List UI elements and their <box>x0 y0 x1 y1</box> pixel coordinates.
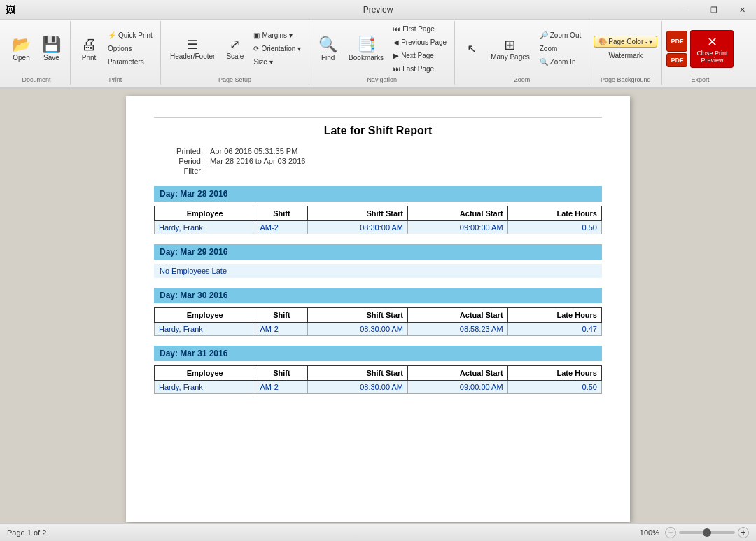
quick-print-button[interactable]: ⚡ Quick Print <box>104 29 156 42</box>
close-preview-icon: ✕ <box>707 34 718 50</box>
day-header-mar28: Day: Mar 28 2016 <box>154 186 602 202</box>
options-button[interactable]: Options <box>104 43 156 55</box>
col-shift-start: Shift Start <box>308 206 408 221</box>
print-button[interactable]: 🖨 Print <box>75 30 103 68</box>
first-page-button[interactable]: ⏮ First Page <box>390 22 450 35</box>
section-mar31: Day: Mar 31 2016 Employee Shift Shift St… <box>154 346 602 394</box>
day-header-mar29: Day: Mar 29 2016 <box>154 244 602 260</box>
status-bar: Page 1 of 2 100% − + <box>0 523 756 529</box>
print-group-label: Print <box>75 76 156 83</box>
col-late-hours: Late Hours <box>507 206 601 221</box>
cell-shift-start-2: 08:30:00 AM <box>308 323 408 336</box>
export-group-label: Export <box>666 76 734 83</box>
prev-page-button[interactable]: ◀ Previous Page <box>390 36 450 48</box>
report-meta: Printed: Apr 06 2016 05:31:35 PM Period:… <box>154 147 602 175</box>
zoom-slider-thumb <box>703 528 711 530</box>
find-button[interactable]: 🔍 Find <box>314 30 342 68</box>
zoom-in-icon: 🔍 <box>540 58 548 66</box>
report-title: Late for Shift Report <box>154 125 602 137</box>
zoom-in-button[interactable]: 🔍 Zoom In <box>536 56 584 69</box>
title-bar: 🖼 Preview ─ ❐ ✕ <box>0 0 756 20</box>
margins-button[interactable]: ▣ Margins ▾ <box>250 29 304 42</box>
last-page-button[interactable]: ⏭ Last Page <box>390 62 450 75</box>
header-footer-icon: ☰ <box>187 37 198 52</box>
parameters-button[interactable]: Parameters <box>104 56 156 69</box>
col-shift-start-2: Shift Start <box>308 308 408 323</box>
cell-employee-3: Hardy, Frank <box>155 381 255 394</box>
ribbon: 📂 Open 💾 Save Document 🖨 Print <box>0 20 756 89</box>
section-mar29: Day: Mar 29 2016 No Employees Late <box>154 244 602 278</box>
prev-page-icon: ◀ <box>393 38 399 46</box>
col-employee: Employee <box>155 206 255 221</box>
table-mar30: Employee Shift Shift Start Actual Start … <box>154 307 602 336</box>
next-page-icon: ▶ <box>393 52 399 59</box>
page-color-icon: 🎨 <box>598 38 607 45</box>
cell-actual-start: 09:00:00 AM <box>407 221 507 234</box>
many-pages-button[interactable]: ⊞ Many Pages <box>486 30 535 68</box>
scale-button[interactable]: ⤢ Scale <box>221 30 248 68</box>
open-button[interactable]: 📂 Open <box>7 30 36 68</box>
save-button[interactable]: 💾 Save <box>37 30 66 68</box>
table-mar31: Employee Shift Shift Start Actual Start … <box>154 365 602 394</box>
zoom-out-icon: 🔎 <box>540 31 548 39</box>
zoom-group-label: Zoom <box>459 76 584 83</box>
watermark-button[interactable]: Watermark <box>594 49 657 62</box>
section-mar28: Day: Mar 28 2016 Employee Shift Shift St… <box>154 186 602 234</box>
col-actual-start-2: Actual Start <box>407 308 507 323</box>
cell-shift: AM-2 <box>255 221 308 234</box>
printed-label: Printed: <box>154 147 210 155</box>
window-controls: ─ ❐ ✕ <box>672 0 756 20</box>
last-page-icon: ⏭ <box>393 65 400 73</box>
cell-shift-start-3: 08:30:00 AM <box>308 381 408 394</box>
col-late-hours-2: Late Hours <box>507 308 601 323</box>
col-actual-start-3: Actual Start <box>407 366 507 381</box>
col-actual-start: Actual Start <box>407 206 507 221</box>
pdf1-button[interactable]: PDF <box>666 31 687 52</box>
table-row: Hardy, Frank AM-2 08:30:00 AM 08:58:23 A… <box>155 323 602 336</box>
col-shift-3: Shift <box>255 366 308 381</box>
zoom-out-button[interactable]: 🔎 Zoom Out <box>536 29 584 42</box>
bookmarks-icon: 📑 <box>357 36 376 54</box>
zoom-decrease-button[interactable]: − <box>665 527 676 530</box>
restore-button[interactable]: ❐ <box>700 0 728 20</box>
cell-shift-3: AM-2 <box>255 381 308 394</box>
period-label: Period: <box>154 157 210 165</box>
pdf2-button[interactable]: PDF <box>666 53 687 67</box>
close-print-preview-button[interactable]: ✕ Close Print Preview <box>690 30 734 68</box>
day-header-mar30: Day: Mar 30 2016 <box>154 288 602 303</box>
open-icon: 📂 <box>12 36 31 54</box>
scale-icon: ⤢ <box>230 37 240 52</box>
bookmarks-button[interactable]: 📑 Bookmarks <box>344 30 388 68</box>
size-button[interactable]: Size ▾ <box>250 56 304 69</box>
header-footer-button[interactable]: ☰ Header/Footer <box>165 30 220 68</box>
cell-late-hours: 0.50 <box>507 221 601 234</box>
page-background-group-label: Page Background <box>594 76 657 83</box>
cell-late-hours-2: 0.47 <box>507 323 601 336</box>
find-icon: 🔍 <box>318 36 337 54</box>
page-info: Page 1 of 2 <box>7 528 46 530</box>
orientation-button[interactable]: ⟳ Orientation ▾ <box>250 43 304 55</box>
period-value: Mar 28 2016 to Apr 03 2016 <box>210 157 305 165</box>
printed-value: Apr 06 2016 05:31:35 PM <box>210 147 298 155</box>
col-late-hours-3: Late Hours <box>507 366 601 381</box>
first-page-icon: ⏮ <box>393 25 400 33</box>
page-color-button[interactable]: 🎨 Page Color - ▾ <box>594 36 657 48</box>
zoom-button[interactable]: Zoom <box>536 43 584 55</box>
zoom-level: 100% <box>640 528 659 530</box>
main-area: Late for Shift Report Printed: Apr 06 20… <box>0 89 756 529</box>
day-header-mar31: Day: Mar 31 2016 <box>154 346 602 361</box>
close-button[interactable]: ✕ <box>728 0 756 20</box>
orientation-icon: ⟳ <box>253 45 259 52</box>
report-page: Late for Shift Report Printed: Apr 06 20… <box>126 96 630 522</box>
pdf1-icon: PDF <box>671 38 683 45</box>
window-title: Preview <box>363 5 393 15</box>
no-employees-message: No Employees Late <box>154 264 602 278</box>
minimize-button[interactable]: ─ <box>672 0 700 20</box>
margins-icon: ▣ <box>253 31 260 39</box>
cursor-button[interactable]: ↖ <box>459 30 484 68</box>
zoom-increase-button[interactable]: + <box>738 527 749 530</box>
cell-employee-2: Hardy, Frank <box>155 323 255 336</box>
next-page-button[interactable]: ▶ Next Page <box>390 49 450 62</box>
table-row: Hardy, Frank AM-2 08:30:00 AM 09:00:00 A… <box>155 381 602 394</box>
cell-actual-start-3: 09:00:00 AM <box>407 381 507 394</box>
